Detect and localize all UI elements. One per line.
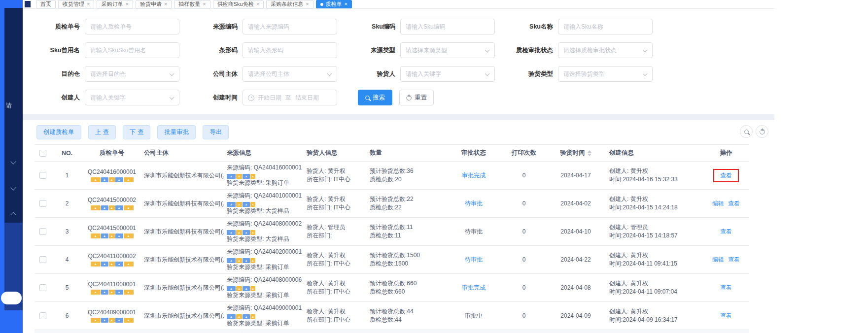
- search-button[interactable]: 搜索: [358, 90, 392, 105]
- qc-number: QC240415000002: [86, 197, 138, 203]
- inspector-name: 验货人: 黄升权: [307, 307, 364, 316]
- qc-approval-status-select[interactable]: 请选择质检审批状态: [558, 42, 653, 58]
- sort-icon[interactable]: [588, 150, 591, 156]
- view-link[interactable]: 查看: [720, 172, 732, 179]
- inspector-select[interactable]: 请输入关键字: [400, 66, 495, 82]
- chevron-down-icon: [170, 95, 174, 100]
- row-checkbox[interactable]: [39, 172, 46, 179]
- company-select[interactable]: 请选择公司主体: [243, 66, 337, 82]
- close-icon[interactable]: ×: [306, 1, 309, 7]
- source-type: 验货来源类型: 采购订单: [227, 179, 301, 187]
- tab-purchase-terms[interactable]: 采购条款信息×: [266, 0, 313, 8]
- col-source: 来源信息: [224, 145, 304, 162]
- edit-link[interactable]: 编辑: [712, 200, 724, 207]
- inspect-type-select[interactable]: 请选择验货类型: [558, 66, 653, 82]
- tab-supplier-sku-exempt[interactable]: 供应商Sku免检×: [213, 0, 264, 8]
- table-refresh-tool-button[interactable]: [756, 125, 768, 138]
- field-label: 条形码: [194, 46, 243, 55]
- view-link[interactable]: 查看: [728, 256, 740, 263]
- create-time-range-picker[interactable]: 开始日期 至 结束日期: [243, 90, 337, 105]
- table-row: 1 QC240416000001▴▴▴▴▴ 深圳市乐能创新技术有限公司(... …: [35, 162, 749, 190]
- field-dest-warehouse: 目的仓 请选择目的仓: [36, 66, 194, 82]
- close-icon[interactable]: ×: [125, 1, 128, 7]
- field-qc-approval-status: 质检审批状态 请选择质检审批状态: [510, 42, 667, 58]
- sku-thumbnail-strip: ▴▴▴▴: [227, 314, 255, 319]
- inspect-date: 2024-04-09: [545, 302, 606, 330]
- chevron-up-icon[interactable]: [10, 212, 16, 217]
- export-button[interactable]: 导出: [203, 125, 229, 139]
- row-checkbox[interactable]: [39, 228, 46, 235]
- view-link[interactable]: 查看: [720, 312, 732, 319]
- row-checkbox[interactable]: [39, 312, 46, 319]
- company-name: 深圳市乐能创新科技有限公司(...: [141, 218, 224, 246]
- status-badge[interactable]: 审批完成: [462, 284, 486, 291]
- edit-link[interactable]: 编辑: [712, 256, 724, 263]
- chevron-down-icon[interactable]: [10, 185, 16, 190]
- chevron-down-icon[interactable]: [10, 159, 16, 164]
- close-icon[interactable]: ×: [164, 1, 167, 7]
- inspect-date: 2024-04-22: [545, 246, 606, 274]
- source-type-select[interactable]: 请选择来源类型: [400, 42, 495, 58]
- field-source-type: 来源类型 请选择来源类型: [352, 42, 510, 58]
- view-link[interactable]: 查看: [720, 228, 732, 235]
- sku-code-input[interactable]: [400, 19, 495, 34]
- select-all-checkbox[interactable]: [39, 150, 46, 157]
- field-barcode: 条形码: [194, 42, 352, 58]
- creator: 创建人: 黄升权: [609, 167, 700, 175]
- check-up-button[interactable]: 上 查: [88, 125, 116, 139]
- tab-inspection-request[interactable]: 验货申请×: [136, 0, 172, 8]
- reset-button[interactable]: 重置: [399, 90, 434, 105]
- batch-approve-button[interactable]: 批量审批: [157, 125, 196, 139]
- tabbar-collapse-button[interactable]: [25, 1, 31, 7]
- sku-name-input[interactable]: [558, 19, 653, 34]
- source-code-input[interactable]: [243, 19, 337, 34]
- view-link[interactable]: 查看: [728, 200, 740, 207]
- sidebar-pill-button[interactable]: [1, 292, 22, 304]
- tab-receiving[interactable]: 收货管理×: [58, 0, 94, 8]
- annotation-highlight: 查看: [713, 169, 739, 182]
- create-qc-order-button[interactable]: 创建质检单: [36, 125, 81, 139]
- qc-number: QC240416000001: [86, 168, 138, 175]
- close-icon[interactable]: ×: [203, 1, 206, 7]
- qc-no-input[interactable]: [85, 19, 179, 34]
- clock-icon: [248, 95, 254, 101]
- company-name: 深圳市乐能创新技术有限公司(...: [141, 274, 224, 302]
- status-badge[interactable]: 审批完成: [462, 172, 486, 179]
- col-inspect-time[interactable]: 验货时间: [545, 145, 606, 162]
- sku-thumbnail-strip: ▴▴▴▴: [227, 258, 255, 263]
- close-icon[interactable]: ×: [256, 1, 259, 7]
- creator-select[interactable]: 请输入关键字: [85, 90, 179, 105]
- row-checkbox[interactable]: [39, 200, 46, 207]
- col-status: 审批状态: [445, 145, 503, 162]
- chevron-down-icon: [643, 71, 648, 76]
- row-no: 6: [51, 302, 83, 330]
- tab-home[interactable]: 首页: [36, 0, 56, 8]
- dest-warehouse-select[interactable]: 请选择目的仓: [85, 66, 179, 82]
- sku-thumbnail-strip: ▴▴▴▴▴: [91, 233, 134, 238]
- field-sku-former-name: Sku曾用名: [36, 42, 194, 58]
- inspector-name: 验货人: 黄升权: [307, 167, 364, 175]
- refresh-icon: [758, 128, 765, 135]
- sku-former-name-input[interactable]: [85, 42, 179, 58]
- row-checkbox[interactable]: [39, 284, 46, 291]
- field-create-time: 创建时间 开始日期 至 结束日期: [194, 90, 352, 105]
- inspector-name: 验货人: 黄升权: [307, 195, 364, 203]
- created-time: 时间:2024-04-15 14:24:18: [609, 203, 700, 212]
- barcode-input[interactable]: [243, 42, 337, 58]
- created-time: 时间:2024-04-16 15:32:33: [609, 175, 700, 184]
- sidebar-menu-partial-label[interactable]: 请: [6, 101, 12, 110]
- source-code: 来源编码: QA240401000001: [227, 192, 301, 200]
- view-link[interactable]: 查看: [720, 284, 732, 291]
- field-label: 来源编码: [194, 23, 243, 31]
- check-down-button[interactable]: 下 查: [123, 125, 150, 139]
- close-icon[interactable]: ×: [87, 1, 90, 7]
- source-type: 验货来源类型: 大货样品: [227, 207, 301, 215]
- close-icon[interactable]: ×: [345, 1, 347, 7]
- row-checkbox[interactable]: [39, 256, 46, 263]
- tab-qc-order-active[interactable]: 质检单×: [316, 0, 352, 8]
- tab-purchase-order[interactable]: 采购订单×: [97, 0, 133, 8]
- status-badge[interactable]: 待审批: [465, 256, 483, 263]
- tab-sampling-qty[interactable]: 抽样数量×: [174, 0, 210, 8]
- status-badge[interactable]: 待审批: [465, 200, 483, 207]
- table-search-tool-button[interactable]: [740, 125, 753, 138]
